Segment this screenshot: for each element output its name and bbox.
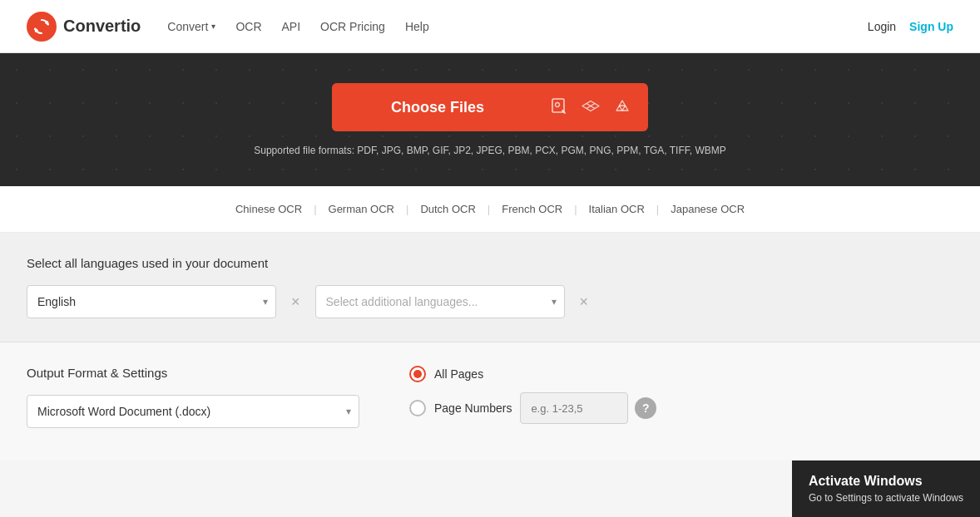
- hero-section: Choose Files: [0, 53, 980, 186]
- chevron-down-icon: ▾: [211, 22, 215, 31]
- logo[interactable]: Convertio: [27, 12, 141, 42]
- page-numbers-help-button[interactable]: ?: [635, 397, 656, 419]
- page-numbers-radio-button[interactable]: [409, 400, 426, 416]
- ocr-links-bar: Chinese OCR | German OCR | Dutch OCR | F…: [0, 186, 980, 233]
- page-numbers-row: ?: [520, 392, 656, 424]
- all-pages-radio-item: All Pages: [409, 366, 953, 382]
- dropbox-icon[interactable]: [575, 91, 606, 124]
- signup-button[interactable]: Sign Up: [909, 20, 953, 33]
- all-pages-label: All Pages: [434, 367, 483, 381]
- svg-point-1: [556, 102, 560, 106]
- logo-icon: [27, 12, 57, 42]
- ocr-link-italian[interactable]: Italian OCR: [577, 203, 656, 215]
- header-right: Login Sign Up: [868, 20, 953, 33]
- all-pages-radio-button[interactable]: [409, 366, 426, 382]
- main-nav: Convert ▾ OCR API OCR Pricing Help: [167, 20, 428, 33]
- ocr-link-german[interactable]: German OCR: [317, 203, 406, 215]
- additional-language-close-button[interactable]: ×: [573, 291, 596, 313]
- output-format-select[interactable]: Microsoft Word Document (.docx) PDF Plai…: [27, 395, 359, 428]
- ocr-link-chinese[interactable]: Chinese OCR: [224, 203, 314, 215]
- nav-api[interactable]: API: [282, 20, 301, 33]
- nav-ocr-pricing[interactable]: OCR Pricing: [320, 20, 385, 33]
- additional-language-wrapper: Select additional languages... French Ge…: [315, 285, 565, 318]
- page-numbers-input[interactable]: [520, 392, 628, 424]
- pages-radio-group: All Pages Page Numbers ?: [409, 366, 953, 424]
- ocr-link-french[interactable]: French OCR: [490, 203, 574, 215]
- nav-ocr[interactable]: OCR: [235, 20, 261, 33]
- page-numbers-label: Page Numbers: [434, 401, 512, 415]
- ocr-upload-icon[interactable]: [543, 91, 575, 124]
- additional-language-select[interactable]: Select additional languages... French Ge…: [315, 285, 565, 318]
- language-section: Select all languages used in your docume…: [0, 233, 980, 342]
- upload-icons: [543, 91, 648, 124]
- nav-convert[interactable]: Convert ▾: [167, 20, 215, 33]
- primary-language-close-button[interactable]: ×: [285, 291, 307, 313]
- logo-text: Convertio: [63, 17, 141, 36]
- header-left: Convertio Convert ▾ OCR API OCR Pricing …: [27, 12, 429, 42]
- output-left: Output Format & Settings Microsoft Word …: [27, 366, 359, 428]
- supported-formats: Supported file formats: PDF, JPG, BMP, G…: [254, 145, 726, 156]
- page-numbers-radio-item: Page Numbers ?: [409, 392, 953, 424]
- primary-language-wrapper: English French German Spanish Italian Ch…: [27, 285, 276, 318]
- primary-language-select[interactable]: English French German Spanish Italian Ch…: [27, 285, 276, 318]
- output-section: Output Format & Settings Microsoft Word …: [0, 342, 980, 460]
- nav-help[interactable]: Help: [405, 20, 429, 33]
- upload-bar: Choose Files: [332, 83, 648, 131]
- output-format-wrapper: Microsoft Word Document (.docx) PDF Plai…: [27, 395, 359, 428]
- login-button[interactable]: Login: [868, 20, 896, 33]
- ocr-link-dutch[interactable]: Dutch OCR: [408, 203, 487, 215]
- choose-files-button[interactable]: Choose Files: [332, 83, 543, 131]
- formats-list: PDF, JPG, BMP, GIF, JP2, JPEG, PBM, PCX,…: [357, 145, 725, 156]
- google-drive-icon[interactable]: [606, 91, 638, 124]
- language-row: English French German Spanish Italian Ch…: [27, 285, 953, 318]
- output-right: All Pages Page Numbers ?: [409, 366, 953, 437]
- output-section-title: Output Format & Settings: [27, 366, 359, 380]
- ocr-link-japanese[interactable]: Japanese OCR: [659, 203, 756, 215]
- language-section-title: Select all languages used in your docume…: [27, 256, 953, 270]
- header: Convertio Convert ▾ OCR API OCR Pricing …: [0, 0, 980, 53]
